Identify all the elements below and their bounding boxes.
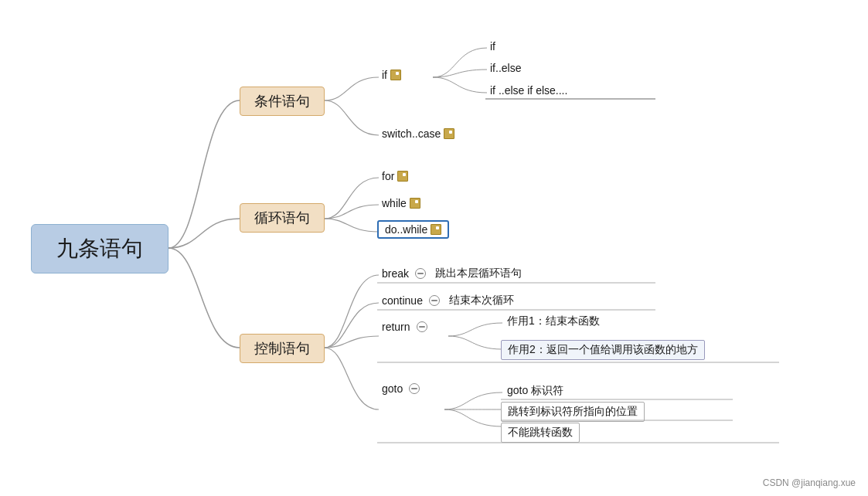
return-minus-icon xyxy=(417,321,427,332)
category-control: 控制语句 xyxy=(240,334,325,363)
break-label: break xyxy=(382,267,409,280)
break-node: break 跳出本层循环语句 xyxy=(379,265,525,282)
continue-desc: 结束本次循环 xyxy=(449,294,514,307)
if-child-ifelseifelse: if ..else if else.... xyxy=(487,83,570,98)
goto-minus-icon xyxy=(409,383,420,394)
continue-minus-icon xyxy=(429,295,440,306)
break-desc: 跳出本层循环语句 xyxy=(435,267,522,280)
while-node: while xyxy=(379,195,424,211)
return-node: return xyxy=(379,319,431,335)
if-group-node: if xyxy=(379,67,404,83)
return-child2: 作用2：返回一个值给调用该函数的地方 xyxy=(501,340,705,360)
goto-label: goto xyxy=(382,382,403,395)
if-child-if: if xyxy=(487,39,499,54)
goto-child2: 跳转到标识符所指向的位置 xyxy=(501,402,645,422)
continue-label: continue xyxy=(382,294,423,307)
if-group-label: if xyxy=(382,69,387,81)
dowhile-node[interactable]: do..while xyxy=(377,220,449,239)
if-underline xyxy=(485,98,655,101)
mind-map: 九条语句 条件语句 循环语句 控制语句 if if if..else if ..… xyxy=(0,0,868,496)
if-child-ifelse: if..else xyxy=(487,60,524,76)
for-note-icon xyxy=(397,171,408,182)
break-minus-icon xyxy=(415,268,426,279)
switchcase-label: switch..case xyxy=(382,127,441,140)
while-label: while xyxy=(382,197,407,209)
goto-child3: 不能跳转函数 xyxy=(501,423,580,443)
category-conditional-label: 条件语句 xyxy=(254,92,310,110)
watermark: CSDN @jianqiang.xue xyxy=(763,477,856,488)
switchcase-node: switch..case xyxy=(379,126,458,141)
while-note-icon xyxy=(410,198,420,209)
dowhile-note-icon xyxy=(431,224,441,235)
goto-child1: goto 标识符 xyxy=(502,382,568,399)
break-underline xyxy=(377,282,655,285)
switchcase-note-icon xyxy=(444,128,454,139)
category-loop-label: 循环语句 xyxy=(254,209,310,227)
category-conditional: 条件语句 xyxy=(240,87,325,116)
if-note-icon xyxy=(390,70,401,80)
return-label: return xyxy=(382,321,410,333)
main-node: 九条语句 xyxy=(31,224,168,273)
goto-node: goto xyxy=(379,381,423,396)
category-loop: 循环语句 xyxy=(240,203,325,233)
for-node: for xyxy=(379,168,411,184)
category-control-label: 控制语句 xyxy=(254,339,310,358)
continue-underline xyxy=(377,309,655,312)
continue-node: continue 结束本次循环 xyxy=(379,292,517,309)
return-underline xyxy=(377,362,779,365)
dowhile-label: do..while xyxy=(385,223,427,236)
return-child1: 作用1：结束本函数 xyxy=(502,313,604,330)
for-label: for xyxy=(382,170,394,182)
